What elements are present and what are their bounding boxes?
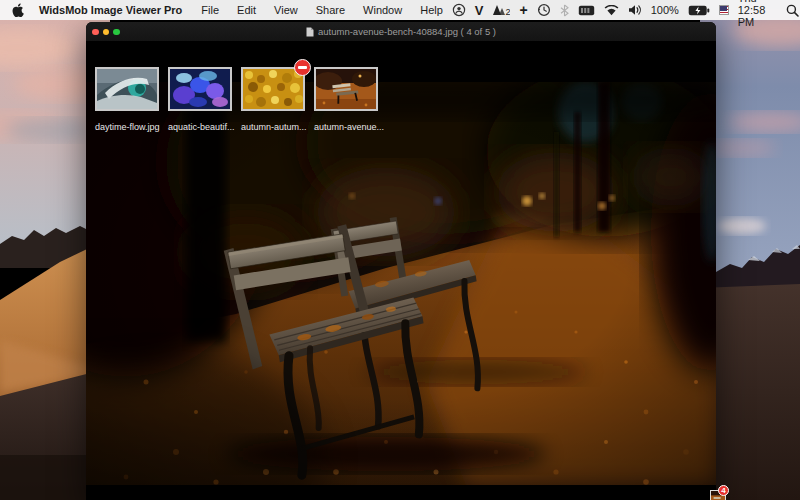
menu-share[interactable]: Share [307,4,354,16]
menu-edit[interactable]: Edit [228,4,265,16]
menu-window[interactable]: Window [354,4,411,16]
control-bar [86,485,716,500]
thumbnail-label: aquatic-beautif... [168,122,232,132]
thumbnail-autumn-leaves[interactable]: autumn-autum... [241,67,305,132]
export-tray[interactable]: 4 [710,490,727,500]
tray-count-badge: 4 [718,485,729,496]
desktop: WidsMob Image Viewer Pro File Edit View … [0,0,800,500]
apple-menu-icon[interactable] [12,3,25,17]
display-icon[interactable] [578,2,595,18]
input-source-icon[interactable]: 2 [492,2,510,18]
app-menu-title[interactable]: WidsMob Image Viewer Pro [39,4,192,16]
thumbnail-label: daytime-flow.jpg [95,122,159,132]
thumbnail-strip: daytime-flow.jpg [95,67,378,132]
wave-thumbnail-image [97,69,157,109]
battery-charging-icon [688,2,710,18]
menu-clock[interactable]: Thu 12:58 PM [738,0,777,28]
battery-percent: 100% [651,4,679,16]
coral-thumbnail-image [170,69,230,109]
menu-file[interactable]: File [192,4,228,16]
us-flag-icon[interactable] [719,5,729,15]
viewer-content: daytime-flow.jpg [86,41,716,500]
thumbnail-label: autumn-avenue... [314,122,378,132]
bench-thumbnail-image [316,69,376,109]
image-viewer-window: autumn-avenue-bench-40884.jpg ( 4 of 5 ) [86,22,716,500]
menu-view[interactable]: View [265,4,307,16]
document-icon [306,27,314,37]
remove-badge-icon[interactable] [294,59,311,76]
minimize-button[interactable] [103,29,110,36]
bluetooth-icon[interactable] [560,2,569,18]
v-app-icon[interactable]: V [475,2,484,18]
time-machine-icon[interactable] [537,2,551,18]
volume-icon[interactable] [628,2,642,18]
plus-icon[interactable]: + [519,2,527,18]
spotlight-icon[interactable] [786,2,799,18]
leaves-thumbnail-image [243,69,303,109]
thumbnail-label: autumn-autum... [241,122,305,132]
menu-bar: WidsMob Image Viewer Pro File Edit View … [0,0,800,20]
svg-text:2: 2 [506,7,511,17]
main-photo-autumn-benches[interactable] [86,82,716,485]
menu-help[interactable]: Help [411,4,452,16]
close-button[interactable] [92,29,99,36]
thumbnail-autumn-avenue[interactable]: autumn-avenue... [314,67,378,132]
zoom-button[interactable] [113,29,120,36]
thumbnail-daytime-flow[interactable]: daytime-flow.jpg [95,67,159,132]
thumbnail-aquatic[interactable]: aquatic-beautif... [168,67,232,132]
wifi-icon[interactable] [604,2,619,18]
user-circle-icon[interactable] [452,2,466,18]
